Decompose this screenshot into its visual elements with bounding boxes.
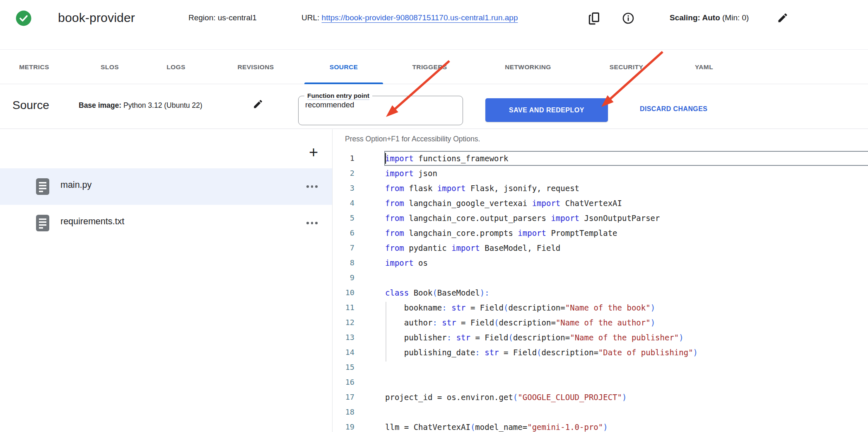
code-line-16[interactable]: 16: [333, 375, 868, 390]
line-number: 12: [333, 315, 354, 330]
save-and-redeploy-button[interactable]: SAVE AND REDEPLOY: [485, 98, 608, 122]
tab-yaml[interactable]: YAML: [679, 50, 729, 84]
scaling-label: Scaling: Auto (Min: 0): [670, 13, 749, 22]
function-entry-point-field: Function entry point: [298, 92, 463, 125]
tab-bar: METRICSSLOSLOGSREVISIONSSOURCETRIGGERSNE…: [0, 50, 868, 84]
tab-security[interactable]: SECURITY: [596, 50, 656, 84]
file-icon: [36, 178, 50, 197]
line-number: 2: [333, 166, 354, 181]
file-tree-panel: + main.pyrequirements.txt: [0, 129, 333, 432]
line-number: 7: [333, 240, 354, 255]
source-action-bar: Source Base image: Python 3.12 (Ubuntu 2…: [0, 85, 868, 129]
code-line-15[interactable]: 15: [333, 360, 868, 375]
line-number: 13: [333, 330, 354, 345]
line-number: 4: [333, 196, 354, 211]
line-number: 19: [333, 420, 354, 432]
line-number: 5: [333, 211, 354, 226]
region-label: Region: us-central1: [188, 13, 257, 22]
code-line-1[interactable]: 1import functions_framework: [333, 151, 868, 166]
tab-slos[interactable]: SLOS: [87, 50, 133, 84]
code-line-9[interactable]: 9: [333, 270, 868, 285]
service-url-link[interactable]: https://book-provider-908087151170.us-ce…: [322, 13, 518, 22]
code-line-10[interactable]: 10class Book(BaseModel):: [333, 285, 868, 300]
file-name: requirements.txt: [60, 216, 124, 227]
entry-point-label: Function entry point: [304, 92, 372, 100]
edit-scaling-icon[interactable]: [777, 12, 788, 24]
file-row-main.py[interactable]: main.py: [0, 168, 332, 205]
code-line-6[interactable]: 6from langchain_core.prompts import Prom…: [333, 226, 868, 240]
service-header: book-provider Region: us-central1 URL: h…: [0, 0, 868, 50]
file-name: main.py: [60, 180, 92, 190]
code-editor[interactable]: Press Option+F1 for Accessibility Option…: [333, 129, 868, 432]
add-file-icon[interactable]: +: [306, 145, 321, 159]
discard-changes-button[interactable]: DISCARD CHANGES: [640, 105, 707, 113]
line-number: 9: [333, 270, 354, 285]
tab-source[interactable]: SOURCE: [304, 50, 383, 84]
line-number: 10: [333, 285, 354, 300]
section-title: Source: [12, 99, 49, 112]
base-image-label: Base image: Python 3.12 (Ubuntu 22): [79, 101, 203, 110]
code-line-12[interactable]: 12 author: str = Field(description="Name…: [333, 315, 868, 330]
text-cursor: [385, 153, 386, 164]
line-number: 14: [333, 345, 354, 360]
tab-revisions[interactable]: REVISIONS: [222, 50, 290, 84]
edit-base-image-icon[interactable]: [253, 99, 263, 109]
code-line-14[interactable]: 14 publishing_date: str = Field(descript…: [333, 345, 868, 360]
url-label: URL:: [301, 13, 322, 22]
code-line-11[interactable]: 11 bookname: str = Field(description="Na…: [333, 300, 868, 315]
tab-logs[interactable]: LOGS: [153, 50, 199, 84]
code-line-7[interactable]: 7from pydantic import BaseModel, Field: [333, 240, 868, 255]
code-line-2[interactable]: 2import json: [333, 166, 868, 181]
code-line-19[interactable]: 19llm = ChatVertexAI(model_name="gemini-…: [333, 420, 868, 432]
tab-networking[interactable]: NETWORKING: [489, 50, 567, 84]
code-line-17[interactable]: 17project_id = os.environ.get("GOOGLE_CL…: [333, 390, 868, 405]
page-title: book-provider: [58, 11, 135, 25]
file-icon: [36, 214, 50, 233]
tab-metrics[interactable]: METRICS: [4, 50, 64, 84]
line-number: 11: [333, 300, 354, 315]
code-line-4[interactable]: 4from langchain_google_vertexai import C…: [333, 196, 868, 211]
tab-triggers[interactable]: TRIGGERS: [395, 50, 464, 84]
service-url-row: URL: https://book-provider-908087151170.…: [301, 13, 518, 22]
copy-url-icon[interactable]: [588, 12, 600, 25]
cloud-run-service-page: book-provider Region: us-central1 URL: h…: [0, 0, 868, 432]
line-number: 6: [333, 226, 354, 240]
status-ok-icon: [15, 10, 32, 27]
code-line-3[interactable]: 3from flask import Flask, jsonify, reque…: [333, 181, 868, 196]
accessibility-hint: Press Option+F1 for Accessibility Option…: [345, 135, 480, 143]
code-line-13[interactable]: 13 publisher: str = Field(description="N…: [333, 330, 868, 345]
file-more-options-icon[interactable]: [306, 221, 321, 226]
line-number: 18: [333, 405, 354, 420]
line-number: 1: [333, 151, 354, 166]
file-row-requirements.txt[interactable]: requirements.txt: [0, 205, 332, 241]
line-number: 8: [333, 255, 354, 270]
code-line-5[interactable]: 5from langchain_core.output_parsers impo…: [333, 211, 868, 226]
file-more-options-icon[interactable]: [306, 184, 321, 189]
entry-point-input[interactable]: [305, 100, 442, 109]
code-line-8[interactable]: 8import os: [333, 255, 868, 270]
line-number: 15: [333, 360, 354, 375]
info-icon[interactable]: [622, 12, 634, 24]
line-number: 17: [333, 390, 354, 405]
line-number: 16: [333, 375, 354, 390]
line-number: 3: [333, 181, 354, 196]
code-line-18[interactable]: 18: [333, 405, 868, 420]
